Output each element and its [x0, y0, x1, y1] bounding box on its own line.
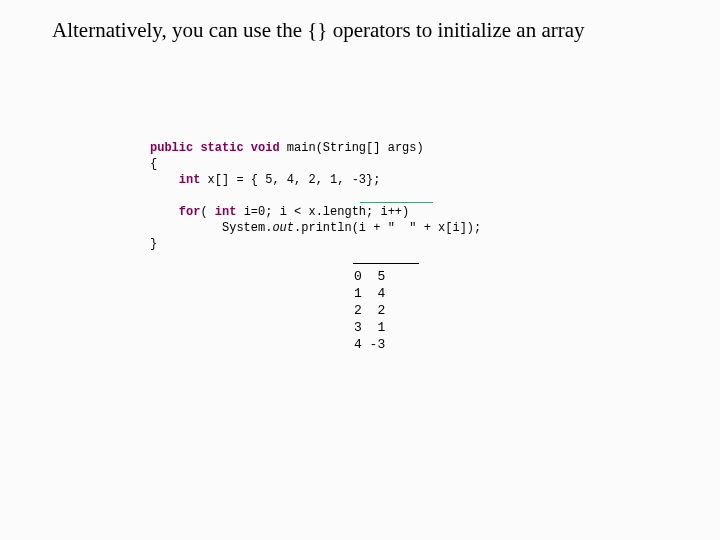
print-indent: System. — [150, 221, 272, 235]
for-rest: i=0; i < x.length; i++) — [236, 205, 409, 219]
code-snippet: public static void main(String[] args) {… — [150, 140, 481, 252]
output-row: 2 2 — [354, 303, 385, 318]
output-divider — [353, 263, 419, 264]
keyword-static: static — [200, 141, 243, 155]
brace-close: } — [150, 237, 157, 251]
for-open: ( — [200, 205, 214, 219]
keyword-public: public — [150, 141, 193, 155]
program-output: 0 5 1 4 2 2 3 1 4 -3 — [354, 268, 385, 353]
output-row: 1 4 — [354, 286, 385, 301]
keyword-int: int — [179, 173, 201, 187]
array-declaration: x[] = { 5, 4, 2, 1, -3}; — [200, 173, 380, 187]
print-rest: .println(i + " " + x[i]); — [294, 221, 481, 235]
keyword-void: void — [251, 141, 280, 155]
keyword-for: for — [179, 205, 201, 219]
underline-highlight — [360, 202, 433, 203]
keyword-int-loop: int — [215, 205, 237, 219]
output-row: 4 -3 — [354, 337, 385, 352]
out-field: out — [272, 221, 294, 235]
brace-open: { — [150, 157, 157, 171]
slide-title: Alternatively, you can use the {} operat… — [52, 18, 585, 43]
output-row: 0 5 — [354, 269, 385, 284]
method-signature: main(String[] args) — [280, 141, 424, 155]
output-row: 3 1 — [354, 320, 385, 335]
